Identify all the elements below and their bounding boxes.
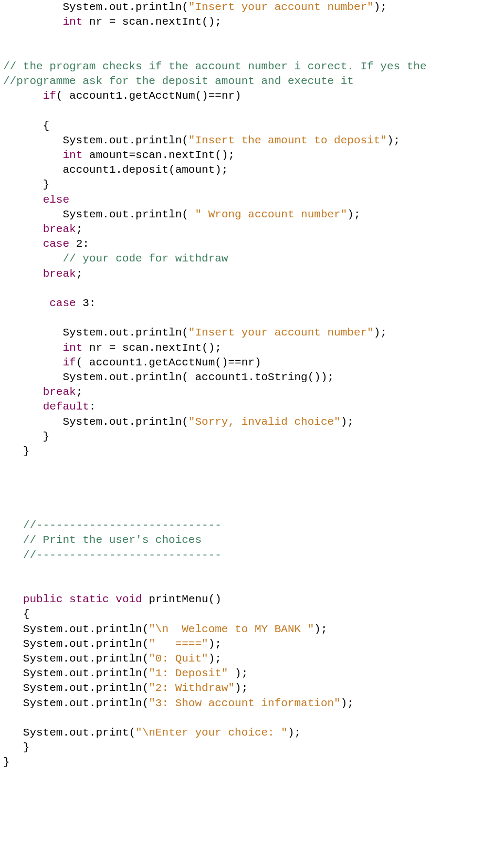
code-text: ;	[76, 223, 83, 235]
code-text: {	[3, 608, 29, 620]
string-literal: "\n Welcome to MY BANK "	[149, 623, 314, 635]
code-text: );	[347, 208, 360, 221]
code-text	[3, 90, 43, 102]
code-text: );	[374, 327, 387, 339]
code-text: );	[341, 697, 354, 709]
code-text: );	[235, 682, 248, 694]
code-text: }	[3, 179, 49, 191]
comment: // your code for withdraw	[62, 253, 228, 265]
code-text	[3, 593, 23, 605]
code-text: System.out.println( account1.toString())…	[3, 371, 334, 383]
string-literal: "Insert the amount to deposit"	[188, 134, 387, 146]
code-text	[3, 223, 43, 235]
string-literal: "Sorry, invalid choice"	[188, 416, 341, 428]
code-text: );	[374, 1, 387, 13]
keyword: break	[43, 268, 76, 280]
keyword: break	[43, 223, 76, 235]
string-literal: "3: Show account information"	[149, 697, 340, 709]
code-text	[3, 194, 43, 206]
keyword: int	[62, 149, 82, 161]
code-text	[3, 297, 49, 309]
code-text	[109, 593, 116, 605]
keyword: int	[62, 342, 82, 354]
code-text: nr = scan.nextInt();	[82, 342, 222, 354]
code-text: System.out.println(	[3, 682, 149, 694]
code-text: System.out.println(	[3, 1, 188, 13]
code-text	[62, 593, 69, 605]
keyword: if	[62, 356, 76, 369]
string-literal: "\nEnter your choice: "	[135, 727, 288, 739]
code-text: ( account1.getAcctNum()==nr)	[56, 90, 242, 102]
string-literal: "Insert your account number"	[188, 327, 374, 339]
code-text	[3, 549, 23, 561]
keyword: default	[43, 401, 89, 413]
code-text: System.out.println(	[3, 327, 188, 339]
code-text: }	[3, 431, 49, 443]
comment: //----------------------------	[23, 549, 222, 561]
code-text	[3, 519, 23, 531]
string-literal: " ===="	[149, 638, 208, 650]
code-text: );	[208, 653, 222, 665]
code-text: System.out.println(	[3, 638, 149, 650]
keyword: else	[43, 194, 69, 206]
comment: //----------------------------	[23, 519, 222, 531]
keyword: void	[116, 593, 142, 605]
code-text: );	[228, 667, 248, 679]
code-text	[3, 253, 62, 265]
string-literal: "1: Deposit"	[149, 667, 228, 679]
code-text: );	[387, 134, 400, 146]
code-text: ;	[76, 386, 83, 398]
comment: // the program checks if the account num…	[3, 60, 427, 72]
code-text: :	[89, 401, 96, 413]
code-text: 3:	[76, 297, 96, 309]
code-text	[3, 16, 62, 28]
keyword: break	[43, 386, 76, 398]
code-text: account1.deposit(amount);	[3, 164, 228, 176]
code-text: System.out.println(	[3, 623, 149, 635]
code-text	[3, 401, 43, 413]
code-text: System.out.println(	[3, 134, 188, 146]
code-text	[3, 356, 62, 369]
code-text: );	[288, 727, 301, 739]
code-text	[3, 534, 23, 546]
comment: // Print the user's choices	[23, 534, 202, 546]
string-literal: "0: Quit"	[149, 653, 208, 665]
code-text: ;	[76, 268, 83, 280]
code-text: System.out.println(	[3, 208, 195, 221]
code-text: System.out.println(	[3, 667, 149, 679]
code-text: );	[208, 638, 222, 650]
code-text: }	[3, 445, 29, 457]
comment: //programme ask for the deposit amount a…	[3, 75, 354, 87]
code-text	[3, 149, 62, 161]
code-text: System.out.println(	[3, 653, 149, 665]
code-text	[3, 238, 43, 250]
string-literal: " Wrong account number"	[195, 208, 347, 221]
code-text: ( account1.getAcctNum()==nr)	[76, 356, 261, 369]
keyword: static	[69, 593, 109, 605]
code-text: System.out.println(	[3, 416, 188, 428]
code-text: 2:	[69, 238, 89, 250]
code-text: nr = scan.nextInt();	[82, 16, 222, 28]
code-text	[3, 342, 62, 354]
code-block: System.out.println("Insert your account …	[0, 0, 504, 770]
code-text: }	[3, 741, 29, 753]
keyword: case	[49, 297, 76, 309]
keyword: public	[23, 593, 63, 605]
code-text: printMenu()	[142, 593, 222, 605]
keyword: int	[62, 16, 82, 28]
string-literal: "2: Withdraw"	[149, 682, 235, 694]
code-text: {	[3, 120, 49, 132]
keyword: case	[43, 238, 69, 250]
code-text: System.out.print(	[3, 727, 135, 739]
code-text: );	[314, 623, 327, 635]
string-literal: "Insert your account number"	[188, 1, 374, 13]
code-text	[3, 386, 43, 398]
keyword: if	[43, 90, 56, 102]
code-text	[3, 268, 43, 280]
code-text: }	[3, 756, 10, 768]
code-text: amount=scan.nextInt();	[82, 149, 235, 161]
code-text: );	[341, 416, 354, 428]
code-text: System.out.println(	[3, 697, 149, 709]
